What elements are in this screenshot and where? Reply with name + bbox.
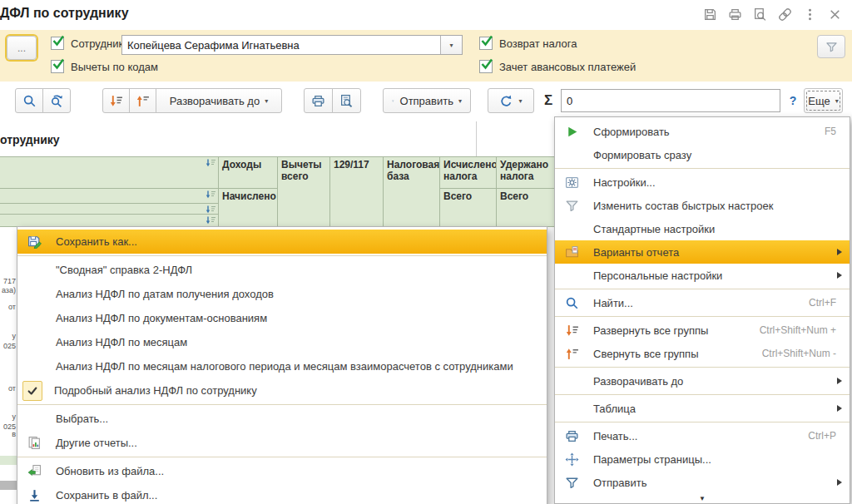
menu-item-0[interactable]: Сохранить как...: [17, 230, 547, 254]
menu-item-6[interactable]: Подробный анализ НДФЛ по сотруднику: [17, 378, 547, 403]
checkbox-box[interactable]: [479, 60, 493, 73]
checkbox-box[interactable]: [51, 37, 64, 50]
menu-item-1[interactable]: "Сводная" справка 2-НДФЛ: [17, 258, 547, 282]
menu-item-12[interactable]: Печать...Ctrl+P: [555, 424, 850, 447]
menu-item-3[interactable]: Изменить состав быстрых настроек: [555, 194, 850, 217]
sum-input[interactable]: [561, 89, 780, 112]
deduction-codes-checkbox[interactable]: Вычеты по кодам: [51, 60, 158, 73]
menu-item-11[interactable]: Таблица: [555, 397, 850, 420]
print-icon[interactable]: [728, 7, 742, 22]
menu-item-label: Изменить состав быстрых настроек: [593, 200, 773, 212]
link-icon[interactable]: [778, 7, 792, 22]
send-button[interactable]: Отправить ▾: [383, 88, 471, 113]
find-button[interactable]: [15, 88, 43, 113]
menu-item-label: Анализ НДФЛ по документам-основаниям: [56, 312, 267, 324]
menu-item-5[interactable]: Варианты отчета: [555, 240, 850, 264]
row-header-cell[interactable]: [0, 157, 219, 189]
employee-input[interactable]: [122, 36, 440, 54]
menu-item-9[interactable]: Свернуть все группыCtrl+Shift+Num -: [555, 342, 850, 365]
column-header[interactable]: Удержано налога: [497, 157, 555, 189]
checkbox-label: Сотрудник:: [71, 37, 126, 50]
save-to-file-icon: [24, 488, 44, 502]
employee-combo[interactable]: ▾: [121, 35, 463, 55]
close-icon[interactable]: [828, 7, 842, 22]
menu-item-10[interactable]: Разворачивать до: [555, 369, 850, 393]
report-table-header: ДоходыНачисленоВычеты всего129/117Налого…: [0, 156, 555, 226]
find-next-button[interactable]: [42, 88, 71, 113]
print-preview-button[interactable]: [332, 88, 361, 113]
report-variants-icon: [562, 245, 582, 259]
menu-item-3[interactable]: Анализ НДФЛ по документам-основаниям: [17, 306, 547, 330]
combo-dropdown-button[interactable]: ▾: [440, 36, 462, 54]
column-header[interactable]: 129/117: [330, 157, 384, 227]
menu-item-4[interactable]: Стандартные настройки: [555, 217, 850, 240]
more-button[interactable]: Еще ▾: [804, 88, 843, 113]
column-header[interactable]: Всего: [497, 189, 555, 227]
checkbox-box[interactable]: [479, 37, 493, 50]
menu-item-10[interactable]: Сохранить в файл...: [17, 483, 547, 504]
menu-item-label: Выбрать...: [56, 413, 108, 425]
column-header[interactable]: Исчислено налога: [440, 157, 497, 189]
more-settings-button[interactable]: ...: [7, 36, 37, 60]
submenu-arrow-icon: [837, 479, 842, 486]
print-button[interactable]: [304, 88, 333, 113]
menu-item-6[interactable]: Персональные настройки: [555, 264, 850, 287]
column-header[interactable]: Начислено: [219, 189, 278, 227]
menu-item-8[interactable]: Развернуть все группыCtrl+Shift+Num +: [555, 319, 850, 342]
tax-return-checkbox[interactable]: Возврат налога: [479, 37, 577, 50]
menu-item-label: Настройки...: [593, 176, 656, 189]
help-button[interactable]: ?: [787, 94, 799, 107]
menu-scroll-down-icon[interactable]: ▼: [555, 495, 850, 502]
table-cell-fragment: у: [0, 413, 16, 421]
row-header-cell[interactable]: [0, 189, 219, 204]
sort-icon[interactable]: [206, 216, 216, 225]
page-setup-icon: [562, 452, 582, 467]
menu-item-14[interactable]: Отправить: [555, 471, 850, 494]
sort-icon[interactable]: [206, 205, 216, 214]
menu-item-2[interactable]: Анализ НДФЛ по датам получения доходов: [17, 282, 547, 306]
row-header-cell[interactable]: [0, 215, 219, 227]
column-header-label: Всего: [443, 190, 472, 202]
menu-item-9[interactable]: Обновить из файла...: [17, 459, 547, 483]
update-from-file-icon: [24, 464, 44, 478]
expand-to-button[interactable]: Разворачивать до ▾: [156, 88, 282, 113]
advance-offset-checkbox[interactable]: Зачет авансовых платежей: [479, 60, 636, 73]
menu-item-13[interactable]: Параметры страницы...: [555, 447, 850, 471]
menu-separator: [555, 367, 850, 368]
kebab-menu-icon[interactable]: [803, 7, 817, 22]
column-header[interactable]: Доходы: [219, 157, 278, 189]
column-header-label: Удержано налога: [500, 159, 548, 182]
sort-icon[interactable]: [206, 190, 216, 199]
menu-item-0[interactable]: СформироватьF5: [555, 120, 850, 143]
preview-icon[interactable]: [753, 7, 767, 22]
funnel-icon: [825, 41, 838, 53]
expand-groups-icon: [109, 94, 123, 108]
menu-separator: [555, 168, 850, 169]
sort-icon[interactable]: [206, 159, 216, 167]
expand-all-button[interactable]: [102, 88, 130, 113]
column-header-label: Всего: [500, 190, 528, 202]
column-header[interactable]: Налоговая база: [384, 157, 440, 227]
menu-item-5[interactable]: Анализ НДФЛ по месяцам налогового период…: [17, 354, 547, 378]
column-header-label: Исчислено налога: [443, 159, 497, 182]
checkbox-box[interactable]: [51, 60, 64, 73]
menu-separator: [555, 422, 850, 422]
menu-item-7[interactable]: Выбрать...: [17, 407, 547, 431]
column-header[interactable]: Всего: [440, 189, 497, 227]
menu-item-1[interactable]: Формировать сразу: [555, 143, 850, 166]
menu-item-2[interactable]: Настройки...: [555, 170, 850, 194]
column-header[interactable]: Вычеты всего: [278, 157, 330, 227]
menu-item-7[interactable]: Найти...Ctrl+F: [555, 291, 850, 314]
save-icon[interactable]: [703, 7, 717, 22]
refresh-button[interactable]: ▾: [488, 88, 534, 113]
collapse-all-button[interactable]: [129, 88, 156, 113]
filter-settings-button[interactable]: [817, 35, 845, 58]
run-icon: [562, 125, 582, 139]
report-title-fragment: отруднику: [0, 133, 60, 146]
row-header-cell[interactable]: [0, 204, 219, 215]
menu-item-4[interactable]: Анализ НДФЛ по месяцам: [17, 330, 547, 354]
column-header-label: Начислено: [222, 190, 276, 202]
employee-checkbox[interactable]: Сотрудник:: [51, 37, 126, 50]
menu-item-8[interactable]: Другие отчеты...: [17, 431, 547, 455]
menu-item-shortcut: Ctrl+P: [808, 430, 836, 442]
